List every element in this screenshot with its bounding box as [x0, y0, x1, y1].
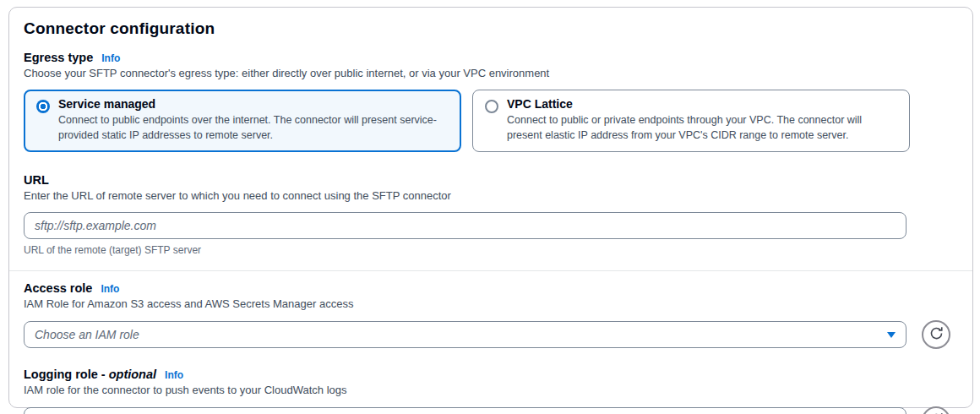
section-divider [9, 270, 972, 271]
connector-configuration-panel: Connector configuration Egress type Info… [8, 7, 973, 408]
access-role-section: Access role Info IAM Role for Amazon S3 … [24, 281, 972, 349]
radio-card-description: Connect to public or private endpoints t… [507, 113, 897, 143]
egress-type-label: Egress type [24, 51, 93, 64]
url-section: URL Enter the URL of remote server to wh… [24, 173, 972, 256]
logging-role-label: Logging role - optional [24, 368, 156, 381]
egress-type-section: Egress type Info Choose your SFTP connec… [24, 51, 972, 152]
url-constraint-text: URL of the remote (target) SFTP server [24, 244, 972, 256]
access-role-info-link[interactable]: Info [101, 283, 119, 295]
egress-type-info-link[interactable]: Info [101, 52, 120, 64]
logging-role-info-link[interactable]: Info [165, 369, 183, 381]
page-title: Connector configuration [24, 19, 972, 38]
radio-card-title: Service managed [58, 97, 449, 111]
refresh-icon [929, 326, 944, 343]
url-description: Enter the URL of remote server to which … [24, 189, 972, 202]
logging-role-select[interactable]: Choose a logging role [24, 407, 906, 414]
radio-selected-icon[interactable] [36, 100, 50, 113]
radio-card-description: Connect to public endpoints over the int… [58, 113, 449, 143]
access-role-description: IAM Role for Amazon S3 access and AWS Se… [24, 297, 972, 310]
caret-down-icon [887, 332, 896, 338]
radio-card-service-managed[interactable]: Service managed Connect to public endpoi… [24, 90, 461, 152]
access-role-select[interactable]: Choose an IAM role [24, 321, 906, 348]
url-label: URL [24, 173, 49, 187]
url-input[interactable] [24, 212, 906, 239]
logging-role-refresh-button[interactable] [922, 406, 950, 414]
radio-card-vpc-lattice[interactable]: VPC Lattice Connect to public or private… [472, 90, 910, 152]
access-role-select-value: Choose an IAM role [35, 328, 139, 341]
access-role-label: Access role [24, 281, 92, 295]
egress-option-cards: Service managed Connect to public endpoi… [24, 90, 910, 152]
access-role-refresh-button[interactable] [922, 320, 950, 349]
radio-card-title: VPC Lattice [507, 97, 897, 111]
logging-role-description: IAM role for the connector to push event… [24, 384, 972, 396]
logging-role-section: Logging role - optional Info IAM role fo… [24, 368, 972, 414]
radio-unselected-icon[interactable] [485, 100, 498, 113]
optional-label: optional [109, 368, 156, 381]
egress-type-description: Choose your SFTP connector's egress type… [24, 67, 972, 79]
